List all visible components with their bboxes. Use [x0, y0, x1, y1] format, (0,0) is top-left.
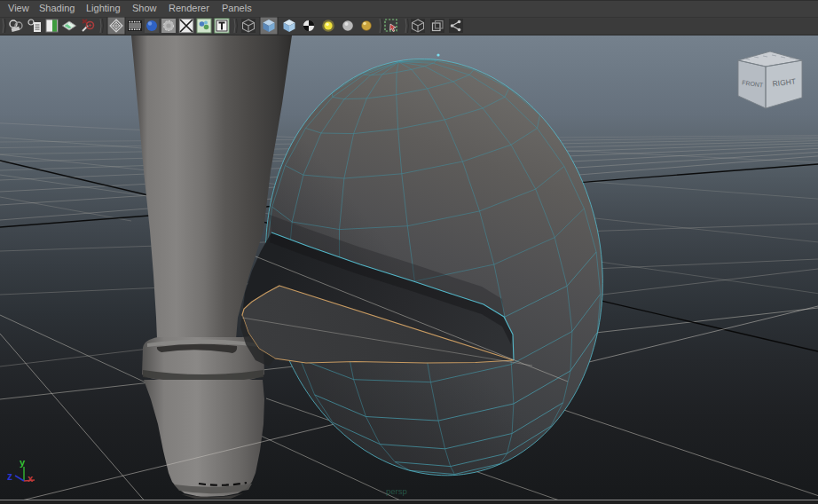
svg-text:z: z — [7, 470, 12, 483]
svg-text:x: x — [28, 473, 34, 484]
svg-text:y: y — [20, 457, 26, 468]
svg-text:persp: persp — [386, 486, 407, 496]
